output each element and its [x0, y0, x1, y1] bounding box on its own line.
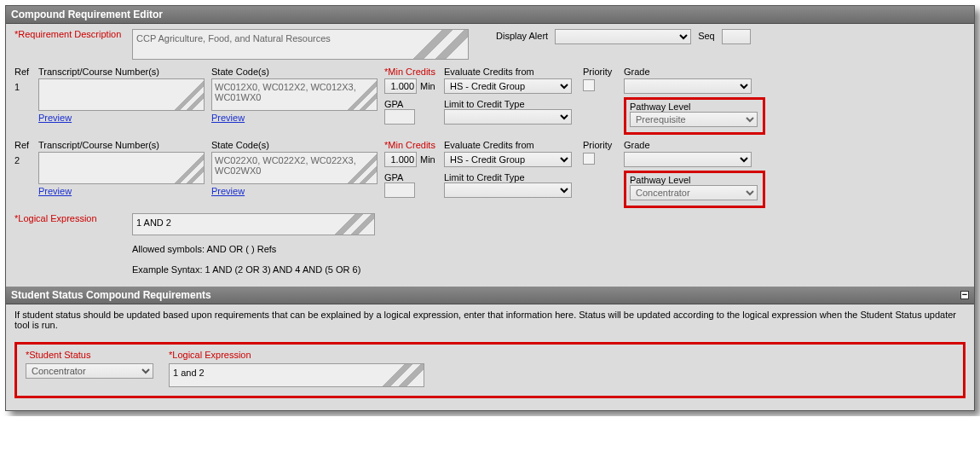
limit-credit-type-label: Limit to Credit Type [444, 99, 576, 109]
priority-header: Priority [583, 140, 617, 150]
transcript-course-input[interactable] [38, 152, 205, 184]
priority-header: Priority [583, 67, 617, 77]
sscr-logical-expr-label: *Logical Expression [169, 350, 424, 360]
seq-input[interactable] [722, 29, 751, 44]
priority-checkbox[interactable] [583, 153, 595, 165]
grade-select[interactable] [624, 152, 752, 167]
gpa-input[interactable] [384, 183, 415, 198]
state-header: State Code(s) [211, 140, 378, 150]
transcript-course-input[interactable] [38, 78, 205, 111]
limit-credit-type-select[interactable] [444, 183, 572, 198]
priority-checkbox[interactable] [583, 79, 595, 91]
eval-credits-from-select[interactable]: HS - Credit Group [444, 78, 572, 94]
tc-header: Transcript/Course Number(s) [38, 140, 205, 150]
preview-link[interactable]: Preview [211, 113, 378, 123]
display-alert-select[interactable] [555, 29, 691, 44]
grade-header: Grade [624, 140, 675, 150]
preview-link[interactable]: Preview [211, 186, 378, 196]
gpa-input[interactable] [384, 109, 415, 125]
gpa-label: GPA [384, 99, 437, 109]
seq-label: Seq [698, 29, 715, 41]
compound-editor-title: Compound Requirement Editor [11, 9, 163, 20]
pathway-level-label: Pathway Level [630, 101, 758, 112]
ref-number: 2 [14, 152, 32, 165]
pathway-level-select[interactable]: Concentrator [630, 185, 758, 200]
logical-expression-label: *Logical Expression [14, 213, 125, 223]
ref-number: 1 [14, 78, 32, 92]
req-desc-label: *Requirement Description [14, 29, 125, 39]
allowed-symbols-hint: Allowed symbols: AND OR ( ) Refs [132, 244, 375, 254]
collapse-icon[interactable]: − [960, 291, 969, 299]
min-credits-input[interactable] [384, 78, 417, 94]
limit-credit-type-select[interactable] [444, 109, 572, 125]
pathway-level-select[interactable]: Prerequisite [630, 112, 758, 127]
limit-credit-type-label: Limit to Credit Type [444, 172, 576, 183]
example-syntax-hint: Example Syntax: 1 AND (2 OR 3) AND 4 AND… [132, 264, 375, 275]
sscr-logical-expr-input[interactable]: 1 and 2 [169, 363, 424, 387]
display-alert-label: Display Alert [496, 29, 548, 41]
gpa-label: GPA [384, 172, 437, 183]
student-status-select[interactable]: Concentrator [26, 363, 153, 379]
eval-header: Evaluate Credits from [444, 140, 576, 150]
sscr-description: If student status should be updated base… [6, 304, 974, 335]
state-codes-input[interactable]: WC012X0, WC012X2, WC012X3, WC01WX0 [211, 78, 378, 111]
min-credits-input[interactable] [384, 152, 417, 167]
min-credits-header: *Min Credits [384, 140, 437, 150]
state-codes-input[interactable]: WC022X0, WC022X2, WC022X3, WC02WX0 [211, 152, 378, 184]
req-desc-textarea[interactable]: CCP Agriculture, Food, and Natural Resou… [132, 29, 469, 60]
min-credits-header: *Min Credits [384, 67, 437, 77]
student-status-label: *Student Status [26, 350, 153, 360]
preview-link[interactable]: Preview [38, 186, 205, 196]
ref-header: Ref [14, 67, 32, 77]
pathway-level-label: Pathway Level [630, 175, 758, 185]
eval-header: Evaluate Credits from [444, 67, 576, 77]
sscr-title: Student Status Compound Requirements [11, 289, 211, 301]
grade-select[interactable] [624, 78, 752, 94]
tc-header: Transcript/Course Number(s) [38, 67, 205, 77]
min-suffix: Min [420, 154, 435, 165]
state-header: State Code(s) [211, 67, 378, 77]
min-suffix: Min [420, 81, 435, 91]
eval-credits-from-select[interactable]: HS - Credit Group [444, 152, 572, 167]
ref-header: Ref [14, 140, 32, 150]
preview-link[interactable]: Preview [38, 113, 205, 123]
logical-expression-input[interactable]: 1 AND 2 [132, 213, 375, 235]
grade-header: Grade [624, 67, 675, 77]
